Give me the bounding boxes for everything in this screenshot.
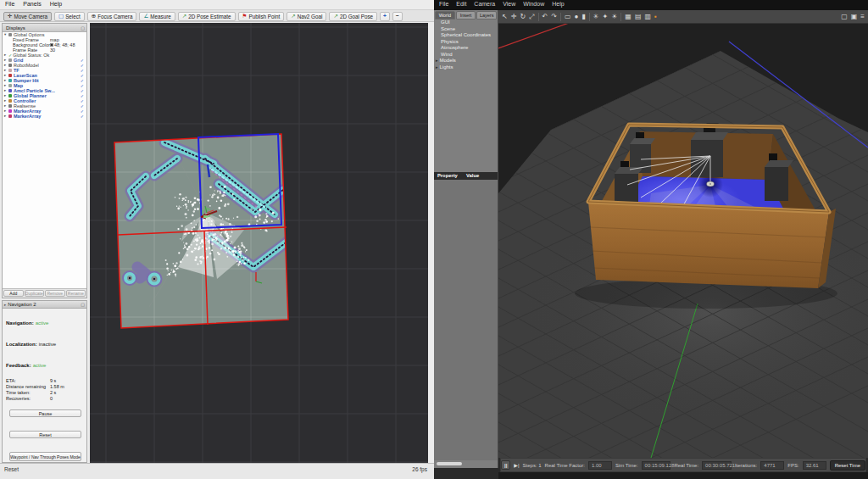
building-editor-icon[interactable]: ▪	[654, 13, 657, 21]
cylinder-shape-icon[interactable]: ▮	[581, 13, 585, 21]
box-shape-icon[interactable]: ▭	[565, 13, 571, 21]
gazebo-3d-viewport[interactable]	[498, 24, 868, 458]
tool-2d-goal-pose[interactable]: ↗2D Goal Pose	[329, 12, 377, 21]
rviz-toolbar: ✛Move Camera ▢Select ⊕Focus Camera ∠Meas…	[0, 10, 434, 22]
tool-measure[interactable]: ∠Measure	[139, 12, 175, 21]
grid-icon	[8, 58, 12, 62]
display-enabled-checkbox[interactable]: ✓	[81, 114, 84, 119]
nav2-panel-header[interactable]: ▸ Navigation 2 ▢	[2, 300, 87, 309]
waypoint-mode-button[interactable]: Waypoint / Nav Through Poses Mode	[9, 452, 81, 461]
directional-light-icon[interactable]: ☀	[611, 13, 617, 21]
world-tree-item-lights[interactable]: ▸Lights	[434, 64, 498, 71]
paste-icon[interactable]: ▥	[644, 13, 651, 21]
property-table-header: Property Value	[434, 172, 498, 180]
pose-estimate-arrow-icon: ↗	[182, 14, 186, 19]
marker-array-icon	[8, 109, 12, 113]
expand-icon[interactable]: ▸	[436, 64, 438, 70]
redo-icon[interactable]: ↷	[551, 13, 557, 21]
duplicate-display-button[interactable]: Duplicate	[25, 290, 45, 297]
reset-time-button[interactable]: Reset Time	[830, 460, 865, 471]
particle-swarm-icon	[8, 89, 12, 92]
tool-focus-camera[interactable]: ⊕Focus Camera	[87, 12, 137, 21]
screenshot-icon[interactable]: ▦	[625, 13, 632, 21]
tool-select[interactable]: ▢Select	[54, 12, 85, 21]
panel-float-icon[interactable]: ▢	[81, 25, 85, 31]
time-taken-stat: Time taken:2 s	[6, 390, 56, 395]
panel-scrollbar[interactable]	[437, 462, 462, 465]
menu-file[interactable]: File	[439, 1, 448, 10]
menu-edit[interactable]: Edit	[456, 1, 466, 10]
tab-insert[interactable]: Insert	[456, 11, 476, 19]
world-tree-item-spherical-coordinates[interactable]: Spherical Coordinates	[434, 32, 498, 39]
view-panel-icon[interactable]: ▢	[841, 13, 848, 21]
pause-button[interactable]: Pause	[9, 409, 81, 417]
move-camera-icon: ✛	[8, 14, 12, 19]
screenshot-stage: File Panels Help ✛Move Camera ▢Select ⊕F…	[0, 0, 868, 479]
menu-help[interactable]: Help	[50, 1, 62, 9]
tab-layers[interactable]: Layers	[476, 11, 497, 19]
spot-light-icon[interactable]: ✦	[602, 13, 608, 21]
marker-array-icon	[8, 114, 12, 118]
expand-icon[interactable]: ▸	[4, 303, 6, 307]
tab-world[interactable]: World	[435, 11, 455, 19]
toolbar-separator	[560, 13, 561, 21]
displays-panel-header[interactable]: Displays ▢	[3, 24, 86, 32]
tool-nav2-goal[interactable]: ↗Nav2 Goal	[287, 12, 326, 21]
rviz-window: File Panels Help ✛Move Camera ▢Select ⊕F…	[0, 0, 434, 479]
sim-time-value: 00:15:09.128	[642, 461, 671, 470]
menu-file[interactable]: File	[5, 1, 14, 9]
gazebo-window: File Edit Camera View Window Help World …	[434, 0, 868, 479]
menu-view[interactable]: View	[503, 1, 515, 10]
world-tree-item-physics[interactable]: Physics	[434, 39, 498, 46]
world-tree-item-wind[interactable]: Wind	[434, 52, 498, 58]
world-tree-item-gui[interactable]: GUI	[434, 19, 498, 26]
world-tree-item-models[interactable]: ▸Models	[434, 58, 498, 64]
undo-icon[interactable]: ↶	[542, 13, 548, 21]
select-arrow-icon[interactable]: ↖	[502, 13, 508, 21]
nav2-goal-arrow-icon: ↗	[291, 14, 295, 19]
expand-icon[interactable]: ▸	[436, 58, 438, 63]
menu-window[interactable]: Window	[523, 1, 544, 10]
reset-button[interactable]: Reset	[9, 431, 81, 438]
eta-stat: ETA:9 s	[6, 378, 56, 383]
add-tool-button[interactable]: +	[380, 12, 390, 21]
tool-move-camera[interactable]: ✛Move Camera	[3, 12, 52, 21]
split-view-icon[interactable]: ▣	[851, 13, 858, 21]
focus-camera-icon: ⊕	[92, 14, 96, 19]
rviz-statusbar: Reset 26 fps	[0, 463, 434, 479]
translate-icon[interactable]: ✛	[511, 13, 517, 21]
rename-display-button[interactable]: Rename	[66, 290, 86, 297]
rotate-icon[interactable]: ↻	[520, 13, 526, 21]
menu-panels[interactable]: Panels	[23, 1, 41, 9]
goal-pose-arrow-icon: ↗	[333, 14, 337, 19]
tool-2d-pose-estimate[interactable]: ↗2D Pose Estimate	[178, 12, 236, 21]
tool-publish-point[interactable]: ⚑Publish Point	[238, 12, 285, 21]
toolbar-separator	[620, 13, 621, 21]
scale-icon[interactable]: ⤢	[529, 13, 534, 21]
remove-display-button[interactable]: Remove	[45, 290, 65, 297]
panel-float-icon[interactable]: ▢	[81, 302, 85, 307]
steps-spinner[interactable]: Steps: 1	[523, 463, 542, 468]
menu-camera[interactable]: Camera	[474, 1, 495, 10]
gazebo-left-panel: World Insert Layers GUI Scene Spherical …	[434, 10, 498, 468]
world-tree-item-scene[interactable]: Scene	[434, 26, 498, 33]
feedback-status: Feedback:active	[6, 363, 46, 368]
status-ok-check-icon: ✓	[8, 53, 12, 58]
window-bottom-strip	[498, 472, 868, 479]
rviz-3d-viewport[interactable]	[90, 23, 428, 463]
minus-icon: −	[396, 14, 399, 19]
fullscreen-icon[interactable]: ≡	[860, 13, 865, 21]
step-button[interactable]: ▶|	[514, 462, 519, 468]
pause-button[interactable]: ||	[501, 460, 510, 470]
sphere-shape-icon[interactable]: ●	[574, 13, 578, 21]
add-display-button[interactable]: Add	[3, 290, 24, 297]
plus-icon: +	[383, 14, 387, 19]
point-light-icon[interactable]: ✳	[593, 13, 599, 21]
gazebo-statusbar: || ▶| Steps: 1 Real Time Factor: 1.00 Si…	[500, 458, 866, 472]
copy-icon[interactable]: ▤	[635, 13, 642, 21]
remove-tool-button[interactable]: −	[392, 12, 403, 21]
menu-help[interactable]: Help	[552, 1, 564, 10]
world-tree-item-atmosphere[interactable]: Atmosphere	[434, 45, 498, 52]
bumper-hit-icon	[8, 79, 12, 82]
display-row-markerarray-2[interactable]: ▸MarkerArray✓	[3, 114, 86, 119]
